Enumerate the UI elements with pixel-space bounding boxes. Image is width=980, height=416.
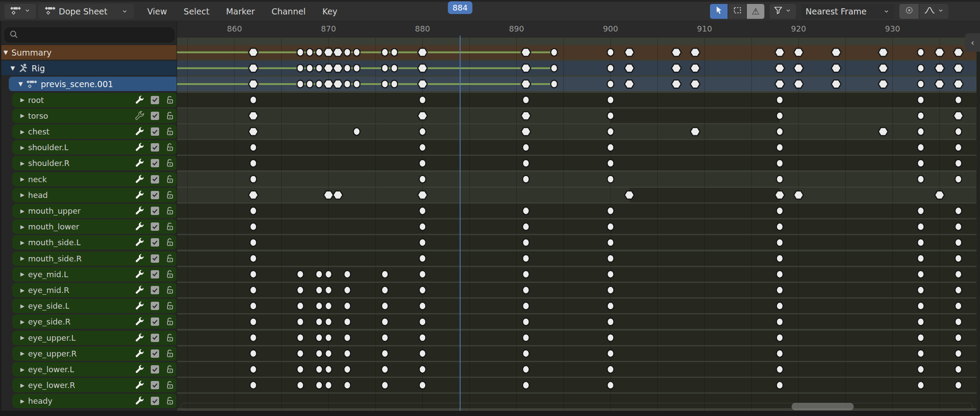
channel-row-root[interactable]: ▶ root <box>12 93 177 107</box>
keyframe-circle[interactable] <box>607 49 614 56</box>
keyframe-circle[interactable] <box>250 255 256 262</box>
keyframe-circle[interactable] <box>607 80 614 88</box>
unlock-icon[interactable] <box>165 301 174 310</box>
keyframe-circle[interactable] <box>306 64 313 72</box>
keyframe-diamond[interactable] <box>775 80 785 88</box>
keyframe-circle[interactable] <box>316 334 322 342</box>
keyframe-circle[interactable] <box>522 350 529 357</box>
box-select-button[interactable] <box>728 4 746 19</box>
keyframe-circle[interactable] <box>777 255 783 262</box>
keyframe-circle[interactable] <box>917 112 924 120</box>
keyframe-circle[interactable] <box>917 176 924 183</box>
channel-row-eye_upper.l[interactable]: ▶ eye_upper.L <box>12 331 177 345</box>
menu-key[interactable]: Key <box>322 7 337 16</box>
expander-triangle[interactable]: ▶ <box>17 367 28 373</box>
keyframe-diamond[interactable] <box>249 191 258 199</box>
keyframe-circle[interactable] <box>316 366 322 373</box>
keyframe-diamond[interactable] <box>935 64 944 72</box>
keyframe-diamond[interactable] <box>418 112 427 120</box>
keyframe-circle[interactable] <box>316 49 322 56</box>
channel-row-mouth_upper[interactable]: ▶ mouth_upper <box>12 204 177 218</box>
keyframe-circle[interactable] <box>353 128 360 135</box>
filter-dropdown-button[interactable] <box>770 4 796 19</box>
keyframe-circle[interactable] <box>917 80 924 88</box>
keyframe-circle[interactable] <box>955 255 962 262</box>
keyframe-circle[interactable] <box>297 350 304 357</box>
keyframe-circle[interactable] <box>522 302 529 310</box>
keyframe-circle[interactable] <box>297 49 304 56</box>
channel-enable-checkbox[interactable] <box>151 207 159 215</box>
keyframe-circle[interactable] <box>419 96 426 104</box>
keyframe-circle[interactable] <box>551 64 557 72</box>
keyframe-diamond[interactable] <box>794 48 803 56</box>
expander-triangle[interactable]: ▶ <box>17 240 28 246</box>
keyframe-diamond[interactable] <box>249 64 258 72</box>
keyframe-circle[interactable] <box>391 64 398 72</box>
menu-marker[interactable]: Marker <box>226 7 255 16</box>
channel-enable-checkbox[interactable] <box>151 254 159 263</box>
keyframe-circle[interactable] <box>917 286 924 294</box>
modifiers-wrench-icon[interactable] <box>135 301 145 311</box>
keyframe-circle[interactable] <box>955 223 962 230</box>
keyframe-circle[interactable] <box>955 366 962 373</box>
keyframe-circle[interactable] <box>316 381 322 389</box>
keyframe-circle[interactable] <box>522 286 529 294</box>
channel-search-input[interactable] <box>4 28 174 42</box>
modifiers-wrench-icon[interactable] <box>135 380 145 390</box>
keyframe-diamond[interactable] <box>625 191 634 199</box>
keyframe-circle[interactable] <box>917 96 924 104</box>
keyframe-circle[interactable] <box>316 64 322 72</box>
keyframe-circle[interactable] <box>607 239 614 246</box>
keyframe-diamond[interactable] <box>794 80 803 88</box>
keyframe-circle[interactable] <box>250 159 256 167</box>
keyframe-circle[interactable] <box>777 239 783 246</box>
editor-mode-dropdown[interactable]: Dope Sheet <box>39 4 134 19</box>
keyframe-circle[interactable] <box>917 255 924 262</box>
channel-row-eye_mid.l[interactable]: ▶ eye_mid.L <box>12 267 177 282</box>
unlock-icon[interactable] <box>165 95 174 105</box>
keyframe-circle[interactable] <box>344 49 351 56</box>
keyframe-circle[interactable] <box>607 223 614 230</box>
keyframe-circle[interactable] <box>607 112 614 120</box>
keyframe-diamond[interactable] <box>324 48 334 56</box>
keyframe-diamond[interactable] <box>690 80 700 88</box>
keyframe-circle[interactable] <box>551 49 557 56</box>
keyframe-circle[interactable] <box>777 112 783 120</box>
keyframe-circle[interactable] <box>522 366 529 373</box>
keyframe-circle[interactable] <box>250 144 256 151</box>
unlock-icon[interactable] <box>165 175 174 184</box>
unlock-icon[interactable] <box>165 396 174 405</box>
modifiers-wrench-icon[interactable] <box>135 142 145 152</box>
channel-row-eye_lower.l[interactable]: ▶ eye_lower.L <box>12 362 177 377</box>
keyframe-diamond[interactable] <box>775 64 785 72</box>
keyframe-circle[interactable] <box>917 159 924 167</box>
keyframe-circle[interactable] <box>777 302 783 310</box>
channel-enable-checkbox[interactable] <box>151 112 159 120</box>
modifiers-wrench-icon[interactable] <box>135 190 145 200</box>
keyframe-circle[interactable] <box>917 318 924 325</box>
keyframe-circle[interactable] <box>607 64 614 72</box>
modifiers-wrench-icon[interactable] <box>135 174 145 184</box>
keyframe-circle[interactable] <box>917 350 924 357</box>
keyframe-circle[interactable] <box>607 144 614 151</box>
expander-triangle[interactable]: ▶ <box>17 287 28 293</box>
expander-triangle[interactable]: ▶ <box>17 160 28 166</box>
proportional-editing-button[interactable] <box>899 4 919 19</box>
keyframe-diamond[interactable] <box>831 64 841 72</box>
keyframe-circle[interactable] <box>391 80 398 88</box>
unlock-icon[interactable] <box>165 159 174 168</box>
keyframe-circle[interactable] <box>344 64 351 72</box>
expander-triangle[interactable]: ▶ <box>17 398 28 404</box>
channel-row-shoulder.r[interactable]: ▶ shoulder.R <box>12 156 177 170</box>
keyframe-circle[interactable] <box>382 271 388 278</box>
keyframe-diamond[interactable] <box>249 112 258 120</box>
keyframe-circle[interactable] <box>325 271 332 278</box>
expander-triangle[interactable]: ▼ <box>15 81 26 87</box>
keyframe-circle[interactable] <box>955 286 962 294</box>
keyframe-diamond[interactable] <box>671 80 681 88</box>
unlock-icon[interactable] <box>165 222 174 231</box>
keyframe-diamond[interactable] <box>249 127 258 136</box>
keyframe-circle[interactable] <box>522 318 529 325</box>
keyframe-circle[interactable] <box>250 176 256 183</box>
keyframe-circle[interactable] <box>250 207 256 215</box>
